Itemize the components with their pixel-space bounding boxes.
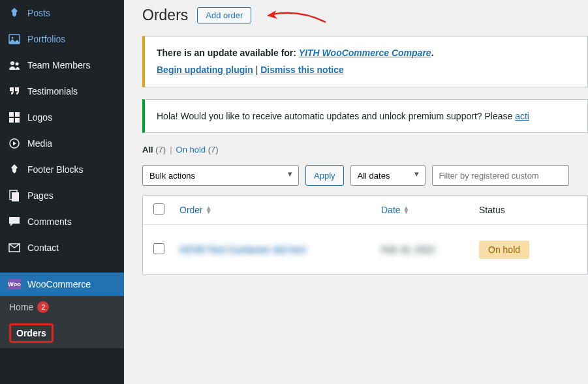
svg-point-3 — [16, 63, 19, 66]
col-date[interactable]: Date▲▼ — [381, 205, 479, 215]
select-all-checkbox[interactable] — [153, 203, 164, 214]
dates-select[interactable]: All dates — [350, 165, 426, 186]
orders-table: Order▲▼ Date▲▼ Status #2745 Test Custome… — [142, 195, 588, 275]
mail-icon — [8, 241, 21, 254]
annotation-highlight: Orders — [9, 323, 54, 343]
pin-icon — [8, 7, 21, 20]
pages-icon — [8, 189, 21, 202]
bulk-actions-select[interactable]: Bulk actions — [142, 165, 299, 186]
nav-label: Testimonials — [27, 86, 78, 96]
main-content: Orders Add order There is an update avai… — [124, 0, 588, 384]
activate-link[interactable]: acti — [515, 111, 529, 121]
customer-filter-input[interactable] — [432, 165, 569, 186]
nav-portfolios[interactable]: Portfolios — [0, 26, 124, 52]
order-date: Feb 18, 2022 — [381, 244, 435, 255]
table-row[interactable]: #2745 Test Customer dul test Feb 18, 202… — [143, 225, 587, 274]
quote-icon — [8, 85, 21, 98]
activate-notice: Hola! Would you like to receive automati… — [142, 99, 588, 133]
nav-posts[interactable]: Posts — [0, 0, 124, 26]
sort-icon: ▲▼ — [403, 206, 410, 214]
svg-rect-7 — [15, 118, 20, 123]
svg-point-1 — [12, 37, 14, 39]
pin-icon — [8, 163, 21, 176]
nav-comments[interactable]: Comments — [0, 209, 124, 235]
notice-text: Hola! Would you like to receive automati… — [157, 111, 515, 121]
count-badge: 2 — [37, 301, 49, 313]
nav-footer[interactable]: Footer Blocks — [0, 156, 124, 183]
nav-media[interactable]: Media — [0, 130, 124, 156]
apply-button[interactable]: Apply — [305, 165, 344, 186]
nav-label: Logos — [27, 112, 52, 123]
status-badge: On hold — [479, 241, 529, 259]
nav-contact[interactable]: Contact — [0, 235, 124, 261]
table-controls: Bulk actions Apply All dates — [142, 165, 588, 186]
col-status: Status — [479, 205, 577, 215]
dismiss-link[interactable]: Dismiss this notice — [260, 65, 344, 75]
woo-submenu: Home2 Orders — [0, 296, 124, 348]
nav-pages[interactable]: Pages — [0, 183, 124, 209]
page-title: Orders — [142, 7, 188, 24]
filter-count: (7) — [208, 145, 219, 155]
svg-rect-10 — [12, 192, 19, 201]
nav-woocommerce[interactable]: WooWooCommerce — [0, 273, 124, 296]
nav-team[interactable]: Team Members — [0, 52, 124, 78]
admin-sidebar: Posts Portfolios Team Members Testimonia… — [0, 0, 124, 384]
nav-testimonials[interactable]: Testimonials — [0, 78, 124, 104]
subnav-home[interactable]: Home2 — [0, 296, 124, 318]
image-icon — [8, 33, 21, 46]
update-notice: There is an update available for: YITH W… — [142, 36, 588, 87]
media-icon — [8, 137, 21, 150]
svg-rect-5 — [15, 112, 20, 117]
table-header: Order▲▼ Date▲▼ Status — [143, 196, 587, 225]
nav-label: Pages — [27, 190, 54, 201]
page-header: Orders Add order — [142, 7, 588, 24]
nav-label: Comments — [27, 216, 72, 227]
comment-icon — [8, 215, 21, 228]
svg-rect-4 — [9, 112, 14, 117]
grid-icon — [8, 111, 21, 124]
nav-label: Media — [27, 138, 52, 149]
begin-update-link[interactable]: Begin updating plugin — [157, 65, 253, 75]
add-order-button[interactable]: Add order — [197, 7, 251, 23]
nav-label: Contact — [27, 243, 59, 253]
svg-rect-6 — [9, 118, 14, 123]
status-filters: All (7)|On hold (7) — [142, 145, 588, 155]
nav-label: Posts — [27, 8, 50, 18]
notice-lead: There is an update available for: — [157, 48, 299, 58]
annotation-arrow-icon — [267, 8, 326, 23]
subnav-label: Home — [9, 302, 33, 312]
nav-label: Portfolios — [27, 34, 65, 44]
woo-icon: Woo — [8, 279, 21, 289]
filter-onhold[interactable]: On hold — [176, 145, 206, 155]
col-order[interactable]: Order▲▼ — [179, 205, 381, 215]
order-link[interactable]: #2745 Test Customer dul test — [179, 244, 305, 255]
nav-label: Team Members — [27, 60, 90, 70]
separator: | — [253, 65, 260, 75]
subnav-orders[interactable]: Orders — [0, 318, 124, 348]
row-checkbox[interactable] — [153, 243, 164, 254]
filter-all[interactable]: All — [142, 145, 153, 155]
users-icon — [8, 59, 21, 72]
svg-point-2 — [10, 61, 14, 65]
sort-icon: ▲▼ — [206, 206, 212, 214]
nav-logos[interactable]: Logos — [0, 104, 124, 130]
nav-label: Footer Blocks — [27, 164, 84, 175]
plugin-link[interactable]: YITH WooCommerce Compare — [299, 48, 431, 58]
filter-count: (7) — [155, 145, 166, 155]
nav-label: WooCommerce — [27, 279, 91, 289]
